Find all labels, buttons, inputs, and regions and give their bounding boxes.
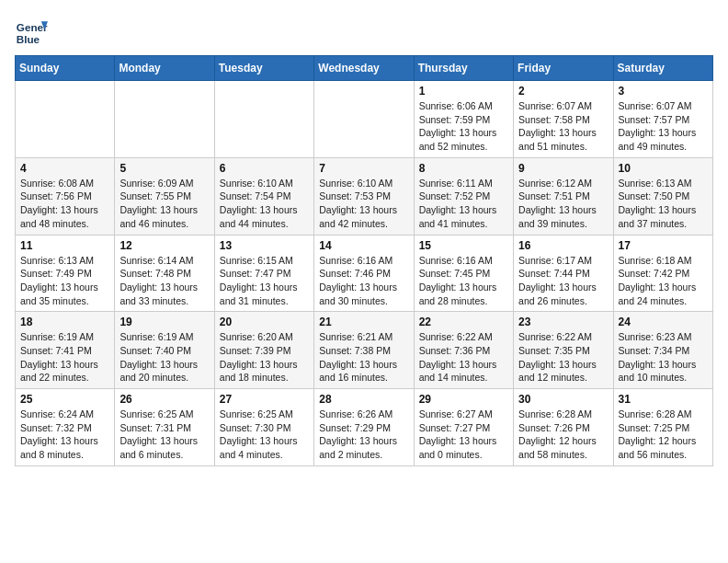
weekday-header-tuesday: Tuesday [214,56,313,81]
calendar-cell: 4Sunrise: 6:08 AM Sunset: 7:56 PM Daylig… [16,157,115,235]
calendar-cell: 26Sunrise: 6:25 AM Sunset: 7:31 PM Dayli… [115,389,214,466]
day-info: Sunrise: 6:10 AM Sunset: 7:53 PM Dayligh… [319,177,408,231]
day-number: 19 [119,316,209,328]
calendar-cell: 16Sunrise: 6:17 AM Sunset: 7:44 PM Dayli… [514,235,613,312]
day-number: 4 [20,162,109,175]
calendar-cell: 19Sunrise: 6:19 AM Sunset: 7:40 PM Dayli… [115,312,214,389]
weekday-header-friday: Friday [514,56,613,81]
day-info: Sunrise: 6:16 AM Sunset: 7:45 PM Dayligh… [419,254,508,308]
day-number: 3 [619,85,708,98]
calendar-cell: 3Sunrise: 6:07 AM Sunset: 7:57 PM Daylig… [613,81,712,158]
calendar-cell: 30Sunrise: 6:28 AM Sunset: 7:26 PM Dayli… [514,389,613,466]
day-info: Sunrise: 6:07 AM Sunset: 7:58 PM Dayligh… [518,99,608,154]
calendar-cell: 18Sunrise: 6:19 AM Sunset: 7:41 PM Dayli… [16,312,115,389]
calendar-cell: 9Sunrise: 6:12 AM Sunset: 7:51 PM Daylig… [514,157,613,235]
calendar-cell: 11Sunrise: 6:13 AM Sunset: 7:49 PM Dayli… [16,235,115,312]
day-number: 6 [220,162,309,175]
day-number: 27 [220,393,309,406]
day-number: 24 [619,316,708,328]
day-info: Sunrise: 6:14 AM Sunset: 7:48 PM Dayligh… [119,254,209,308]
calendar-cell: 29Sunrise: 6:27 AM Sunset: 7:27 PM Dayli… [414,389,513,466]
day-info: Sunrise: 6:25 AM Sunset: 7:30 PM Dayligh… [220,408,309,462]
day-info: Sunrise: 6:16 AM Sunset: 7:46 PM Dayligh… [319,254,408,308]
calendar-table: SundayMondayTuesdayWednesdayThursdayFrid… [15,55,713,466]
day-info: Sunrise: 6:24 AM Sunset: 7:32 PM Dayligh… [20,408,109,462]
calendar-cell: 1Sunrise: 6:06 AM Sunset: 7:59 PM Daylig… [414,81,513,158]
weekday-header-monday: Monday [115,56,214,81]
day-number: 22 [419,316,508,328]
calendar-cell: 21Sunrise: 6:21 AM Sunset: 7:38 PM Dayli… [314,312,414,389]
calendar-week-2: 4Sunrise: 6:08 AM Sunset: 7:56 PM Daylig… [16,157,713,235]
weekday-header-row: SundayMondayTuesdayWednesdayThursdayFrid… [16,56,713,81]
day-info: Sunrise: 6:10 AM Sunset: 7:54 PM Dayligh… [220,177,309,231]
day-number: 10 [619,162,708,175]
day-info: Sunrise: 6:12 AM Sunset: 7:51 PM Dayligh… [518,177,608,231]
weekday-header-thursday: Thursday [414,56,513,81]
day-number: 1 [419,85,508,98]
calendar-week-3: 11Sunrise: 6:13 AM Sunset: 7:49 PM Dayli… [16,235,713,312]
calendar-cell: 13Sunrise: 6:15 AM Sunset: 7:47 PM Dayli… [214,235,313,312]
calendar-cell: 2Sunrise: 6:07 AM Sunset: 7:58 PM Daylig… [514,81,613,158]
logo: General Blue [15,15,48,48]
calendar-cell [214,81,313,158]
day-info: Sunrise: 6:08 AM Sunset: 7:56 PM Dayligh… [20,177,109,231]
day-info: Sunrise: 6:06 AM Sunset: 7:59 PM Dayligh… [419,99,508,154]
calendar-cell [115,81,214,158]
calendar-week-4: 18Sunrise: 6:19 AM Sunset: 7:41 PM Dayli… [16,312,713,389]
day-info: Sunrise: 6:23 AM Sunset: 7:34 PM Dayligh… [619,330,708,385]
day-number: 28 [319,393,408,406]
calendar-cell: 22Sunrise: 6:22 AM Sunset: 7:36 PM Dayli… [414,312,513,389]
day-number: 2 [518,85,608,98]
calendar-cell: 8Sunrise: 6:11 AM Sunset: 7:52 PM Daylig… [414,157,513,235]
calendar-cell: 17Sunrise: 6:18 AM Sunset: 7:42 PM Dayli… [613,235,712,312]
day-number: 8 [419,162,508,175]
day-number: 5 [119,162,209,175]
day-number: 26 [119,393,209,406]
day-number: 29 [419,393,508,406]
day-info: Sunrise: 6:18 AM Sunset: 7:42 PM Dayligh… [619,254,708,308]
calendar-cell: 5Sunrise: 6:09 AM Sunset: 7:55 PM Daylig… [115,157,214,235]
day-info: Sunrise: 6:20 AM Sunset: 7:39 PM Dayligh… [220,330,309,385]
day-info: Sunrise: 6:28 AM Sunset: 7:26 PM Dayligh… [518,408,608,462]
day-number: 11 [20,239,109,252]
calendar-cell [314,81,414,158]
day-number: 20 [220,316,309,328]
day-number: 18 [20,316,109,328]
day-number: 31 [619,393,708,406]
calendar-cell [16,81,115,158]
day-number: 21 [319,316,408,328]
calendar-cell: 15Sunrise: 6:16 AM Sunset: 7:45 PM Dayli… [414,235,513,312]
calendar-cell: 28Sunrise: 6:26 AM Sunset: 7:29 PM Dayli… [314,389,414,466]
day-number: 9 [518,162,608,175]
calendar-cell: 6Sunrise: 6:10 AM Sunset: 7:54 PM Daylig… [214,157,313,235]
day-info: Sunrise: 6:26 AM Sunset: 7:29 PM Dayligh… [319,408,408,462]
day-number: 16 [518,239,608,252]
day-number: 17 [619,239,708,252]
day-info: Sunrise: 6:28 AM Sunset: 7:25 PM Dayligh… [619,408,708,462]
calendar-week-1: 1Sunrise: 6:06 AM Sunset: 7:59 PM Daylig… [16,81,713,158]
weekday-header-saturday: Saturday [613,56,712,81]
day-info: Sunrise: 6:09 AM Sunset: 7:55 PM Dayligh… [119,177,209,231]
calendar-cell: 7Sunrise: 6:10 AM Sunset: 7:53 PM Daylig… [314,157,414,235]
calendar-cell: 14Sunrise: 6:16 AM Sunset: 7:46 PM Dayli… [314,235,414,312]
day-info: Sunrise: 6:25 AM Sunset: 7:31 PM Dayligh… [119,408,209,462]
calendar-cell: 25Sunrise: 6:24 AM Sunset: 7:32 PM Dayli… [16,389,115,466]
day-info: Sunrise: 6:15 AM Sunset: 7:47 PM Dayligh… [220,254,309,308]
calendar-week-5: 25Sunrise: 6:24 AM Sunset: 7:32 PM Dayli… [16,389,713,466]
day-info: Sunrise: 6:22 AM Sunset: 7:36 PM Dayligh… [419,330,508,385]
logo-icon: General Blue [15,15,48,48]
day-info: Sunrise: 6:22 AM Sunset: 7:35 PM Dayligh… [518,330,608,385]
calendar-cell: 12Sunrise: 6:14 AM Sunset: 7:48 PM Dayli… [115,235,214,312]
day-info: Sunrise: 6:27 AM Sunset: 7:27 PM Dayligh… [419,408,508,462]
calendar-cell: 24Sunrise: 6:23 AM Sunset: 7:34 PM Dayli… [613,312,712,389]
day-number: 15 [419,239,508,252]
day-number: 30 [518,393,608,406]
day-info: Sunrise: 6:19 AM Sunset: 7:41 PM Dayligh… [20,330,109,385]
day-number: 7 [319,162,408,175]
day-number: 14 [319,239,408,252]
weekday-header-wednesday: Wednesday [314,56,414,81]
day-number: 13 [220,239,309,252]
day-info: Sunrise: 6:13 AM Sunset: 7:49 PM Dayligh… [20,254,109,308]
weekday-header-sunday: Sunday [16,56,115,81]
day-number: 23 [518,316,608,328]
